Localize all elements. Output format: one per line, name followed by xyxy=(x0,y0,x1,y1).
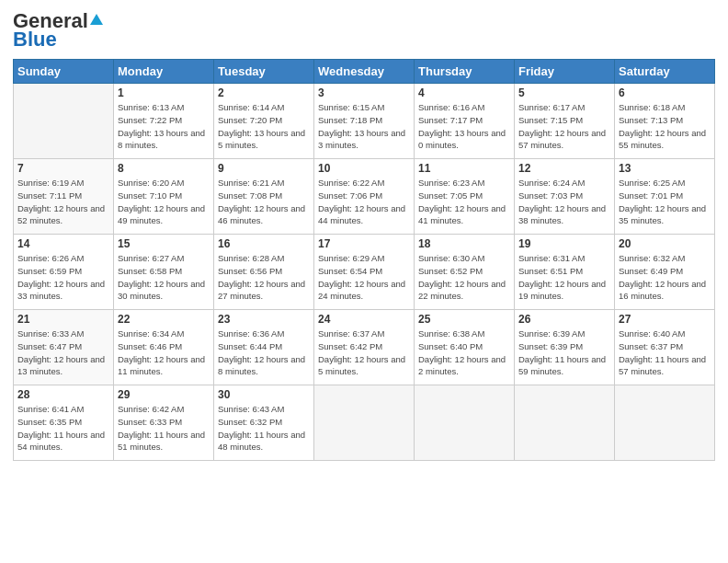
day-info: Sunrise: 6:25 AMSunset: 7:01 PMDaylight:… xyxy=(619,177,711,227)
day-info: Sunrise: 6:15 AMSunset: 7:18 PMDaylight:… xyxy=(318,101,410,152)
day-info: Sunrise: 6:20 AMSunset: 7:10 PMDaylight:… xyxy=(118,177,210,227)
calendar-cell: 3Sunrise: 6:15 AMSunset: 7:18 PMDaylight… xyxy=(314,84,415,159)
day-number: 18 xyxy=(418,237,510,250)
day-info: Sunrise: 6:33 AMSunset: 6:47 PMDaylight:… xyxy=(17,327,109,378)
calendar-cell: 28Sunrise: 6:41 AMSunset: 6:35 PMDayligh… xyxy=(14,385,114,461)
day-info: Sunrise: 6:43 AMSunset: 6:32 PMDaylight:… xyxy=(218,403,310,454)
day-number: 7 xyxy=(17,162,109,175)
calendar-cell: 22Sunrise: 6:34 AMSunset: 6:46 PMDayligh… xyxy=(114,310,214,385)
calendar-cell: 23Sunrise: 6:36 AMSunset: 6:44 PMDayligh… xyxy=(214,310,314,385)
day-number: 19 xyxy=(518,237,610,250)
day-info: Sunrise: 6:34 AMSunset: 6:46 PMDaylight:… xyxy=(118,327,210,378)
col-header-saturday: Saturday xyxy=(615,60,715,84)
day-info: Sunrise: 6:37 AMSunset: 6:42 PMDaylight:… xyxy=(318,327,410,378)
calendar-cell: 1Sunrise: 6:13 AMSunset: 7:22 PMDaylight… xyxy=(114,84,214,159)
day-info: Sunrise: 6:26 AMSunset: 6:59 PMDaylight:… xyxy=(17,252,109,303)
day-number: 4 xyxy=(418,86,510,99)
calendar-table: SundayMondayTuesdayWednesdayThursdayFrid… xyxy=(13,59,715,461)
col-header-thursday: Thursday xyxy=(415,60,515,84)
calendar-cell: 13Sunrise: 6:25 AMSunset: 7:01 PMDayligh… xyxy=(615,159,715,235)
calendar-cell xyxy=(314,385,415,461)
day-number: 30 xyxy=(218,388,310,401)
day-info: Sunrise: 6:29 AMSunset: 6:54 PMDaylight:… xyxy=(318,252,410,303)
day-number: 28 xyxy=(17,388,109,401)
day-info: Sunrise: 6:38 AMSunset: 6:40 PMDaylight:… xyxy=(418,327,510,378)
day-number: 24 xyxy=(318,313,410,326)
day-number: 17 xyxy=(318,237,410,250)
day-number: 10 xyxy=(318,162,410,175)
calendar-cell: 24Sunrise: 6:37 AMSunset: 6:42 PMDayligh… xyxy=(314,310,415,385)
logo: General Blue xyxy=(13,9,103,52)
day-number: 23 xyxy=(218,313,310,326)
day-number: 5 xyxy=(518,86,610,99)
calendar-cell: 17Sunrise: 6:29 AMSunset: 6:54 PMDayligh… xyxy=(314,235,415,310)
day-number: 27 xyxy=(619,313,711,326)
day-number: 2 xyxy=(218,86,310,99)
day-info: Sunrise: 6:24 AMSunset: 7:03 PMDaylight:… xyxy=(518,177,610,227)
calendar-cell: 18Sunrise: 6:30 AMSunset: 6:52 PMDayligh… xyxy=(415,235,515,310)
day-number: 3 xyxy=(318,86,410,99)
day-number: 8 xyxy=(118,162,210,175)
calendar-week-2: 7Sunrise: 6:19 AMSunset: 7:11 PMDaylight… xyxy=(14,159,715,235)
calendar-cell: 25Sunrise: 6:38 AMSunset: 6:40 PMDayligh… xyxy=(415,310,515,385)
calendar-cell: 15Sunrise: 6:27 AMSunset: 6:58 PMDayligh… xyxy=(114,235,214,310)
page: General Blue SundayMondayTuesdayWednesda… xyxy=(0,0,728,563)
day-number: 25 xyxy=(418,313,510,326)
day-number: 21 xyxy=(17,313,109,326)
col-header-sunday: Sunday xyxy=(14,60,114,84)
day-number: 13 xyxy=(619,162,711,175)
day-number: 15 xyxy=(118,237,210,250)
day-number: 20 xyxy=(619,237,711,250)
day-number: 1 xyxy=(118,86,210,99)
calendar-cell: 29Sunrise: 6:42 AMSunset: 6:33 PMDayligh… xyxy=(114,385,214,461)
day-number: 6 xyxy=(619,86,711,99)
calendar-cell xyxy=(515,385,615,461)
calendar-cell xyxy=(615,385,715,461)
day-info: Sunrise: 6:30 AMSunset: 6:52 PMDaylight:… xyxy=(418,252,510,303)
day-info: Sunrise: 6:13 AMSunset: 7:22 PMDaylight:… xyxy=(118,101,210,152)
calendar-cell: 5Sunrise: 6:17 AMSunset: 7:15 PMDaylight… xyxy=(515,84,615,159)
day-info: Sunrise: 6:22 AMSunset: 7:06 PMDaylight:… xyxy=(318,177,410,227)
calendar-cell: 6Sunrise: 6:18 AMSunset: 7:13 PMDaylight… xyxy=(615,84,715,159)
day-info: Sunrise: 6:17 AMSunset: 7:15 PMDaylight:… xyxy=(518,101,610,152)
day-info: Sunrise: 6:28 AMSunset: 6:56 PMDaylight:… xyxy=(218,252,310,303)
col-header-friday: Friday xyxy=(515,60,615,84)
day-info: Sunrise: 6:16 AMSunset: 7:17 PMDaylight:… xyxy=(418,101,510,152)
calendar-cell: 9Sunrise: 6:21 AMSunset: 7:08 PMDaylight… xyxy=(214,159,314,235)
day-info: Sunrise: 6:42 AMSunset: 6:33 PMDaylight:… xyxy=(118,403,210,454)
calendar-cell: 12Sunrise: 6:24 AMSunset: 7:03 PMDayligh… xyxy=(515,159,615,235)
calendar-cell: 26Sunrise: 6:39 AMSunset: 6:39 PMDayligh… xyxy=(515,310,615,385)
calendar-week-5: 28Sunrise: 6:41 AMSunset: 6:35 PMDayligh… xyxy=(14,385,715,461)
day-info: Sunrise: 6:41 AMSunset: 6:35 PMDaylight:… xyxy=(17,403,109,454)
calendar-week-3: 14Sunrise: 6:26 AMSunset: 6:59 PMDayligh… xyxy=(14,235,715,310)
day-number: 22 xyxy=(118,313,210,326)
calendar-cell: 2Sunrise: 6:14 AMSunset: 7:20 PMDaylight… xyxy=(214,84,314,159)
calendar-cell xyxy=(14,84,114,159)
day-info: Sunrise: 6:18 AMSunset: 7:13 PMDaylight:… xyxy=(619,101,711,152)
day-number: 12 xyxy=(518,162,610,175)
calendar-cell: 30Sunrise: 6:43 AMSunset: 6:32 PMDayligh… xyxy=(214,385,314,461)
day-number: 9 xyxy=(218,162,310,175)
day-number: 11 xyxy=(418,162,510,175)
logo-blue: Blue xyxy=(13,28,57,52)
day-info: Sunrise: 6:19 AMSunset: 7:11 PMDaylight:… xyxy=(17,177,109,227)
calendar-cell: 8Sunrise: 6:20 AMSunset: 7:10 PMDaylight… xyxy=(114,159,214,235)
calendar-cell xyxy=(415,385,515,461)
day-info: Sunrise: 6:31 AMSunset: 6:51 PMDaylight:… xyxy=(518,252,610,303)
day-number: 16 xyxy=(218,237,310,250)
calendar-cell: 21Sunrise: 6:33 AMSunset: 6:47 PMDayligh… xyxy=(14,310,114,385)
calendar-header-row: SundayMondayTuesdayWednesdayThursdayFrid… xyxy=(14,60,715,84)
day-info: Sunrise: 6:36 AMSunset: 6:44 PMDaylight:… xyxy=(218,327,310,378)
calendar-cell: 19Sunrise: 6:31 AMSunset: 6:51 PMDayligh… xyxy=(515,235,615,310)
calendar-cell: 4Sunrise: 6:16 AMSunset: 7:17 PMDaylight… xyxy=(415,84,515,159)
header: General Blue xyxy=(13,9,715,52)
calendar-cell: 14Sunrise: 6:26 AMSunset: 6:59 PMDayligh… xyxy=(14,235,114,310)
col-header-wednesday: Wednesday xyxy=(314,60,415,84)
day-number: 29 xyxy=(118,388,210,401)
day-info: Sunrise: 6:21 AMSunset: 7:08 PMDaylight:… xyxy=(218,177,310,227)
col-header-tuesday: Tuesday xyxy=(214,60,314,84)
day-number: 26 xyxy=(518,313,610,326)
day-info: Sunrise: 6:27 AMSunset: 6:58 PMDaylight:… xyxy=(118,252,210,303)
calendar-week-4: 21Sunrise: 6:33 AMSunset: 6:47 PMDayligh… xyxy=(14,310,715,385)
logo-triangle-icon xyxy=(90,14,103,25)
